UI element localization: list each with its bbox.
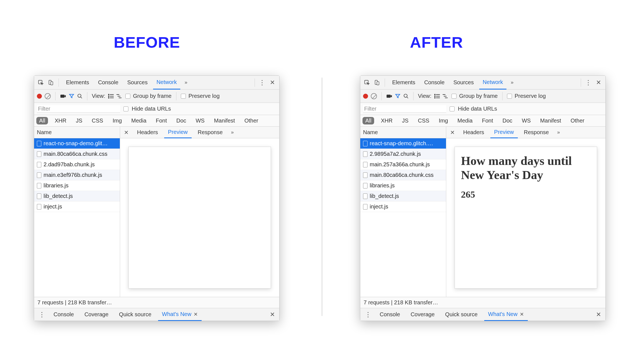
preserve-log-checkbox[interactable] [507, 94, 512, 99]
type-doc[interactable]: Doc [174, 117, 189, 124]
close-drawer-tab-icon[interactable]: ✕ [520, 311, 524, 317]
screenshot-icon[interactable] [60, 94, 66, 99]
hide-data-urls-checkbox[interactable] [123, 106, 128, 111]
drawer-menu-icon[interactable]: ⋮ [37, 311, 47, 318]
detail-tab-headers[interactable]: Headers [133, 127, 162, 138]
request-row[interactable]: main.80ca66ca.chunk.css [34, 149, 120, 159]
tab-elements[interactable]: Elements [389, 76, 419, 89]
type-manifest[interactable]: Manifest [211, 117, 238, 124]
drawer-tab-quick-source[interactable]: Quick source [441, 308, 481, 321]
type-xhr[interactable]: XHR [52, 117, 69, 124]
type-ws[interactable]: WS [519, 117, 533, 124]
type-css[interactable]: CSS [415, 117, 432, 124]
waterfall-icon[interactable] [443, 94, 449, 98]
tab-sources[interactable]: Sources [450, 76, 477, 89]
device-toolbar-icon[interactable] [47, 79, 55, 86]
type-ws[interactable]: WS [193, 117, 207, 124]
type-all[interactable]: All [36, 117, 48, 124]
filter-icon[interactable] [69, 93, 74, 99]
detail-tab-response[interactable]: Response [194, 127, 227, 138]
request-list-header[interactable]: Name [360, 127, 446, 138]
preserve-log-checkbox[interactable] [181, 94, 186, 99]
large-rows-icon[interactable] [434, 94, 440, 98]
kebab-menu-icon[interactable]: ⋮ [259, 79, 266, 86]
record-icon[interactable] [363, 94, 368, 99]
large-rows-icon[interactable] [108, 94, 114, 98]
filter-icon[interactable] [395, 93, 400, 99]
tab-console[interactable]: Console [95, 76, 121, 89]
request-row[interactable]: 2.9895a7a2.chunk.js [360, 149, 446, 159]
close-drawer-icon[interactable]: ✕ [594, 311, 603, 318]
close-detail-icon[interactable]: ✕ [122, 129, 131, 136]
type-manifest[interactable]: Manifest [537, 117, 564, 124]
type-img[interactable]: Img [110, 117, 125, 124]
detail-tabs-overflow-icon[interactable]: » [555, 129, 562, 135]
type-js[interactable]: JS [399, 117, 411, 124]
group-by-frame-checkbox[interactable] [452, 94, 457, 99]
request-row[interactable]: inject.js [360, 202, 446, 212]
close-devtools-icon[interactable]: ✕ [268, 79, 277, 86]
close-detail-icon[interactable]: ✕ [448, 129, 457, 136]
drawer-menu-icon[interactable]: ⋮ [363, 311, 373, 318]
type-other[interactable]: Other [242, 117, 261, 124]
request-row[interactable]: react-no-snap-demo.glit… [34, 138, 120, 149]
screenshot-icon[interactable] [386, 94, 392, 99]
kebab-menu-icon[interactable]: ⋮ [585, 79, 592, 86]
filter-input[interactable]: Filter [363, 105, 446, 113]
type-img[interactable]: Img [436, 117, 451, 124]
clear-icon[interactable] [45, 93, 51, 99]
request-row[interactable]: react-snap-demo.glitch.… [360, 138, 446, 149]
filter-input[interactable]: Filter [37, 105, 120, 113]
detail-tab-preview[interactable]: Preview [490, 127, 518, 138]
type-xhr[interactable]: XHR [378, 117, 395, 124]
tab-network[interactable]: Network [479, 76, 506, 90]
tabs-overflow-icon[interactable]: » [509, 80, 516, 85]
hide-data-urls-checkbox[interactable] [450, 106, 455, 111]
request-row[interactable]: inject.js [34, 202, 120, 212]
request-list-header[interactable]: Name [34, 127, 120, 138]
tabs-overflow-icon[interactable]: » [182, 80, 190, 85]
drawer-tab-coverage[interactable]: Coverage [80, 308, 112, 321]
drawer-tab-quick-source[interactable]: Quick source [115, 308, 155, 321]
drawer-tab-console[interactable]: Console [376, 308, 404, 321]
record-icon[interactable] [37, 94, 42, 99]
request-row[interactable]: lib_detect.js [34, 191, 120, 202]
type-doc[interactable]: Doc [500, 117, 515, 124]
drawer-tab-whats-new[interactable]: What's New ✕ [484, 309, 528, 321]
drawer-tab-console[interactable]: Console [50, 308, 78, 321]
tab-console[interactable]: Console [421, 76, 448, 89]
group-by-frame-checkbox[interactable] [125, 94, 130, 99]
tab-elements[interactable]: Elements [63, 76, 92, 89]
inspect-icon[interactable] [363, 79, 371, 86]
drawer-tab-whats-new[interactable]: What's New ✕ [158, 309, 202, 321]
detail-tab-response[interactable]: Response [520, 127, 553, 138]
request-row[interactable]: libraries.js [34, 180, 120, 191]
clear-icon[interactable] [371, 93, 377, 99]
search-icon[interactable] [77, 93, 83, 99]
detail-tab-headers[interactable]: Headers [459, 127, 488, 138]
close-drawer-tab-icon[interactable]: ✕ [194, 311, 198, 317]
inspect-icon[interactable] [37, 79, 45, 86]
detail-tab-preview[interactable]: Preview [164, 127, 192, 138]
detail-tabs-overflow-icon[interactable]: » [229, 129, 236, 135]
search-icon[interactable] [403, 93, 409, 99]
close-devtools-icon[interactable]: ✕ [594, 79, 603, 86]
request-row[interactable]: 2.dad97bab.chunk.js [34, 159, 120, 170]
type-media[interactable]: Media [128, 117, 149, 124]
waterfall-icon[interactable] [116, 94, 123, 98]
type-all[interactable]: All [362, 117, 374, 124]
tab-sources[interactable]: Sources [124, 76, 151, 89]
type-js[interactable]: JS [73, 117, 85, 124]
device-toolbar-icon[interactable] [373, 79, 381, 86]
request-row[interactable]: lib_detect.js [360, 191, 446, 202]
close-drawer-icon[interactable]: ✕ [268, 311, 277, 318]
type-font[interactable]: Font [479, 117, 496, 124]
tab-network[interactable]: Network [153, 76, 180, 90]
drawer-tab-coverage[interactable]: Coverage [407, 308, 438, 321]
type-other[interactable]: Other [568, 117, 587, 124]
request-row[interactable]: main.257a366a.chunk.js [360, 159, 446, 170]
type-font[interactable]: Font [153, 117, 170, 124]
type-media[interactable]: Media [455, 117, 475, 124]
request-row[interactable]: main.e3ef976b.chunk.js [34, 170, 120, 180]
type-css[interactable]: CSS [89, 117, 106, 124]
